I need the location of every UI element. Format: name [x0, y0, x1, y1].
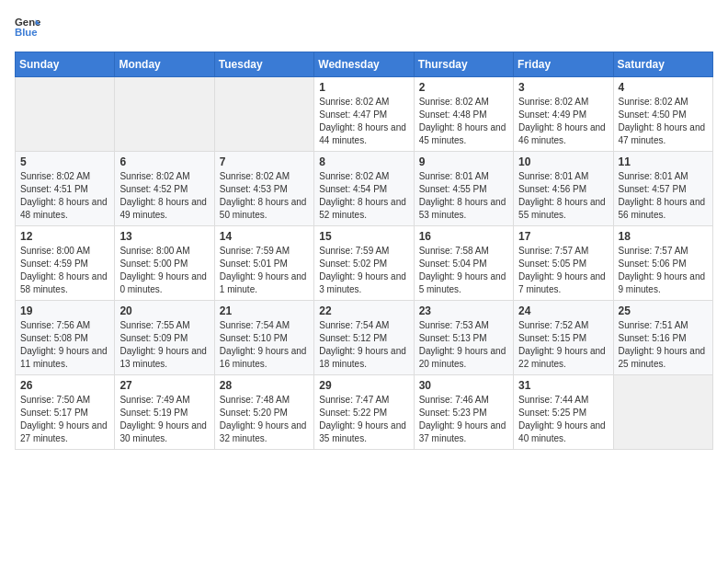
day-cell: 26Sunrise: 7:50 AMSunset: 5:17 PMDayligh…: [16, 375, 115, 450]
day-info: Sunrise: 8:02 AMSunset: 4:54 PMDaylight:…: [319, 170, 408, 222]
day-info: Sunrise: 8:01 AMSunset: 4:55 PMDaylight:…: [419, 170, 508, 222]
weekday-header-row: SundayMondayTuesdayWednesdayThursdayFrid…: [16, 52, 713, 77]
day-number: 18: [619, 230, 708, 243]
logo-icon: General Blue: [15, 15, 40, 40]
day-info: Sunrise: 7:54 AMSunset: 5:10 PMDaylight:…: [220, 319, 309, 371]
day-info: Sunrise: 7:48 AMSunset: 5:20 PMDaylight:…: [220, 394, 309, 445]
day-number: 1: [319, 81, 408, 94]
day-cell: 31Sunrise: 7:44 AMSunset: 5:25 PMDayligh…: [514, 375, 613, 450]
header: General Blue: [15, 15, 713, 40]
day-cell: 5Sunrise: 8:02 AMSunset: 4:51 PMDaylight…: [16, 152, 115, 226]
day-info: Sunrise: 7:55 AMSunset: 5:09 PMDaylight:…: [119, 319, 209, 371]
day-info: Sunrise: 8:02 AMSunset: 4:52 PMDaylight:…: [119, 170, 209, 222]
weekday-header-saturday: Saturday: [613, 52, 712, 77]
day-info: Sunrise: 7:52 AMSunset: 5:15 PMDaylight:…: [518, 319, 608, 371]
day-number: 2: [419, 81, 508, 94]
calendar: SundayMondayTuesdayWednesdayThursdayFrid…: [15, 52, 713, 450]
day-number: 19: [20, 304, 109, 317]
day-cell: [16, 77, 115, 152]
day-number: 4: [619, 81, 708, 94]
day-info: Sunrise: 7:53 AMSunset: 5:13 PMDaylight:…: [419, 319, 508, 371]
week-row-4: 19Sunrise: 7:56 AMSunset: 5:08 PMDayligh…: [16, 301, 713, 375]
day-info: Sunrise: 8:00 AMSunset: 5:00 PMDaylight:…: [119, 245, 209, 296]
day-cell: 25Sunrise: 7:51 AMSunset: 5:16 PMDayligh…: [613, 301, 712, 375]
day-number: 14: [220, 230, 309, 243]
day-info: Sunrise: 7:51 AMSunset: 5:16 PMDaylight:…: [619, 319, 708, 371]
day-info: Sunrise: 8:01 AMSunset: 4:56 PMDaylight:…: [518, 170, 608, 222]
day-number: 6: [119, 155, 209, 168]
day-cell: 17Sunrise: 7:57 AMSunset: 5:05 PMDayligh…: [514, 226, 613, 301]
svg-text:Blue: Blue: [15, 27, 38, 38]
day-cell: 19Sunrise: 7:56 AMSunset: 5:08 PMDayligh…: [16, 301, 115, 375]
day-number: 12: [20, 230, 109, 243]
day-cell: 21Sunrise: 7:54 AMSunset: 5:10 PMDayligh…: [214, 301, 313, 375]
day-number: 13: [119, 230, 209, 243]
day-number: 5: [20, 155, 109, 168]
day-number: 20: [119, 304, 209, 317]
day-cell: 7Sunrise: 8:02 AMSunset: 4:53 PMDaylight…: [214, 152, 313, 226]
day-cell: 12Sunrise: 8:00 AMSunset: 4:59 PMDayligh…: [16, 226, 115, 301]
logo: General Blue: [15, 15, 40, 40]
day-number: 11: [619, 155, 708, 168]
day-cell: [214, 77, 313, 152]
day-info: Sunrise: 7:46 AMSunset: 5:23 PMDaylight:…: [419, 394, 508, 445]
day-cell: [115, 77, 214, 152]
day-info: Sunrise: 8:01 AMSunset: 4:57 PMDaylight:…: [619, 170, 708, 222]
day-cell: 9Sunrise: 8:01 AMSunset: 4:55 PMDaylight…: [414, 152, 513, 226]
day-cell: 2Sunrise: 8:02 AMSunset: 4:48 PMDaylight…: [414, 77, 513, 152]
weekday-header-thursday: Thursday: [414, 52, 513, 77]
day-cell: 4Sunrise: 8:02 AMSunset: 4:50 PMDaylight…: [613, 77, 712, 152]
day-number: 30: [419, 379, 508, 392]
day-info: Sunrise: 7:54 AMSunset: 5:12 PMDaylight:…: [319, 319, 408, 371]
day-number: 24: [518, 304, 608, 317]
day-number: 26: [20, 379, 109, 392]
day-cell: 10Sunrise: 8:01 AMSunset: 4:56 PMDayligh…: [514, 152, 613, 226]
weekday-header-tuesday: Tuesday: [214, 52, 313, 77]
week-row-2: 5Sunrise: 8:02 AMSunset: 4:51 PMDaylight…: [16, 152, 713, 226]
day-cell: 16Sunrise: 7:58 AMSunset: 5:04 PMDayligh…: [414, 226, 513, 301]
day-number: 23: [419, 304, 508, 317]
day-cell: 13Sunrise: 8:00 AMSunset: 5:00 PMDayligh…: [115, 226, 214, 301]
day-info: Sunrise: 8:02 AMSunset: 4:53 PMDaylight:…: [220, 170, 309, 222]
weekday-header-sunday: Sunday: [16, 52, 115, 77]
day-info: Sunrise: 8:02 AMSunset: 4:51 PMDaylight:…: [20, 170, 109, 222]
day-cell: 6Sunrise: 8:02 AMSunset: 4:52 PMDaylight…: [115, 152, 214, 226]
day-cell: 8Sunrise: 8:02 AMSunset: 4:54 PMDaylight…: [314, 152, 414, 226]
day-number: 27: [119, 379, 209, 392]
day-info: Sunrise: 7:49 AMSunset: 5:19 PMDaylight:…: [119, 394, 209, 445]
day-number: 16: [419, 230, 508, 243]
day-cell: 3Sunrise: 8:02 AMSunset: 4:49 PMDaylight…: [514, 77, 613, 152]
day-info: Sunrise: 8:02 AMSunset: 4:48 PMDaylight:…: [419, 96, 508, 147]
day-number: 25: [619, 304, 708, 317]
day-number: 22: [319, 304, 408, 317]
day-info: Sunrise: 8:00 AMSunset: 4:59 PMDaylight:…: [20, 245, 109, 296]
week-row-3: 12Sunrise: 8:00 AMSunset: 4:59 PMDayligh…: [16, 226, 713, 301]
day-info: Sunrise: 8:02 AMSunset: 4:50 PMDaylight:…: [619, 96, 708, 147]
week-row-5: 26Sunrise: 7:50 AMSunset: 5:17 PMDayligh…: [16, 375, 713, 450]
day-cell: [613, 375, 712, 450]
day-number: 15: [319, 230, 408, 243]
day-cell: 24Sunrise: 7:52 AMSunset: 5:15 PMDayligh…: [514, 301, 613, 375]
day-number: 31: [518, 379, 608, 392]
day-number: 3: [518, 81, 608, 94]
day-number: 28: [220, 379, 309, 392]
day-info: Sunrise: 7:58 AMSunset: 5:04 PMDaylight:…: [419, 245, 508, 296]
day-info: Sunrise: 8:02 AMSunset: 4:47 PMDaylight:…: [319, 96, 408, 147]
weekday-header-monday: Monday: [115, 52, 214, 77]
day-info: Sunrise: 7:56 AMSunset: 5:08 PMDaylight:…: [20, 319, 109, 371]
day-cell: 1Sunrise: 8:02 AMSunset: 4:47 PMDaylight…: [314, 77, 414, 152]
week-row-1: 1Sunrise: 8:02 AMSunset: 4:47 PMDaylight…: [16, 77, 713, 152]
day-cell: 30Sunrise: 7:46 AMSunset: 5:23 PMDayligh…: [414, 375, 513, 450]
day-cell: 27Sunrise: 7:49 AMSunset: 5:19 PMDayligh…: [115, 375, 214, 450]
day-number: 21: [220, 304, 309, 317]
day-number: 17: [518, 230, 608, 243]
day-number: 10: [518, 155, 608, 168]
day-info: Sunrise: 7:57 AMSunset: 5:05 PMDaylight:…: [518, 245, 608, 296]
day-cell: 22Sunrise: 7:54 AMSunset: 5:12 PMDayligh…: [314, 301, 414, 375]
day-number: 9: [419, 155, 508, 168]
day-cell: 11Sunrise: 8:01 AMSunset: 4:57 PMDayligh…: [613, 152, 712, 226]
day-info: Sunrise: 8:02 AMSunset: 4:49 PMDaylight:…: [518, 96, 608, 147]
day-cell: 14Sunrise: 7:59 AMSunset: 5:01 PMDayligh…: [214, 226, 313, 301]
weekday-header-friday: Friday: [514, 52, 613, 77]
day-cell: 28Sunrise: 7:48 AMSunset: 5:20 PMDayligh…: [214, 375, 313, 450]
